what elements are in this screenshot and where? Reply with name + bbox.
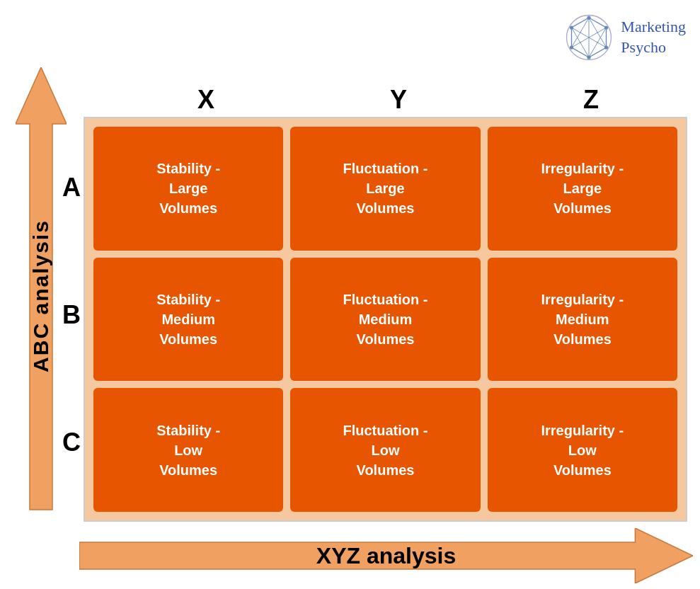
cell-ay: Fluctuation - Large Volumes: [290, 127, 480, 251]
abc-label: ABC analysis: [29, 219, 53, 372]
svg-point-12: [587, 55, 591, 59]
cell-by: Fluctuation - Medium Volumes: [290, 258, 480, 382]
xyz-arrow-wrapper: XYZ analysis: [79, 528, 693, 583]
page-container: Marketing Psycho ABC analysis X Y Z A B …: [0, 0, 700, 589]
cell-cy-text: Fluctuation - Low Volumes: [343, 421, 428, 480]
svg-point-9: [587, 16, 591, 19]
xyz-label: XYZ analysis: [316, 543, 456, 568]
cell-cz: Irregularity - Low Volumes: [488, 388, 677, 512]
row-label-c: C: [62, 379, 81, 506]
logo-icon: [564, 13, 614, 62]
cell-az-text: Irregularity - Large Volumes: [541, 159, 624, 218]
cell-az: Irregularity - Large Volumes: [488, 127, 677, 251]
svg-point-11: [604, 45, 608, 49]
cell-ay-text: Fluctuation - Large Volumes: [343, 159, 428, 218]
col-header-z: Z: [495, 85, 687, 115]
row-label-b: B: [62, 251, 81, 379]
cell-by-text: Fluctuation - Medium Volumes: [343, 290, 428, 349]
svg-point-14: [570, 25, 573, 29]
logo-text: Marketing Psycho: [621, 17, 686, 57]
cell-cy: Fluctuation - Low Volumes: [290, 388, 480, 512]
logo-line2: Psycho: [621, 38, 666, 56]
logo-line1: Marketing: [621, 18, 686, 35]
logo-area: Marketing Psycho: [564, 13, 686, 62]
cell-cx: Stability - Low Volumes: [93, 388, 283, 512]
grid: Stability - Large Volumes Fluctuation - …: [84, 117, 687, 522]
cell-bx-text: Stability - Medium Volumes: [156, 290, 220, 349]
row-label-a: A: [62, 124, 81, 251]
cell-cz-text: Irregularity - Low Volumes: [541, 421, 624, 480]
cell-cx-text: Stability - Low Volumes: [156, 421, 220, 480]
abc-arrow-wrapper: ABC analysis: [16, 67, 67, 524]
cell-bz: Irregularity - Medium Volumes: [488, 258, 677, 382]
cell-bx: Stability - Medium Volumes: [93, 258, 283, 382]
cell-bz-text: Irregularity - Medium Volumes: [541, 290, 624, 349]
cell-ax: Stability - Large Volumes: [93, 127, 283, 251]
col-header-y: Y: [302, 85, 495, 115]
cell-ax-text: Stability - Large Volumes: [156, 159, 220, 218]
row-labels: A B C: [62, 124, 81, 506]
column-headers: X Y Z: [110, 85, 687, 115]
col-header-x: X: [110, 85, 302, 115]
svg-point-10: [604, 25, 608, 29]
svg-point-13: [570, 45, 573, 49]
